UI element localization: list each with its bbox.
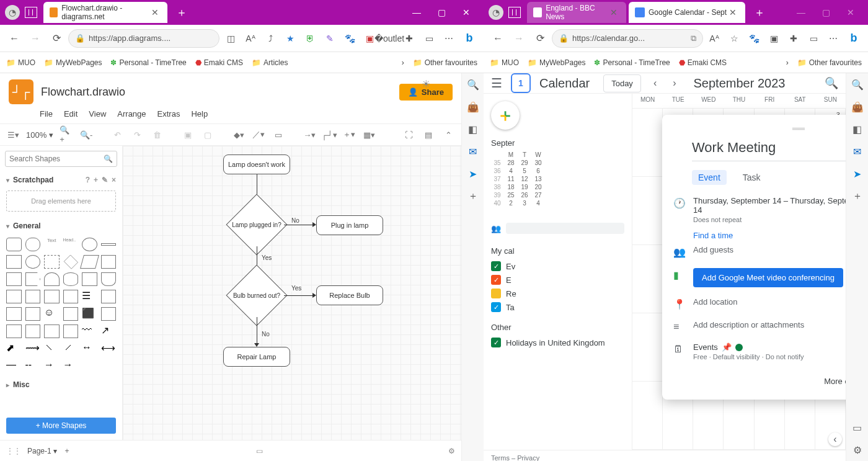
search-shapes-input[interactable] (9, 154, 104, 163)
shape[interactable]: ⟋ (63, 342, 79, 356)
bookmark-overflow[interactable]: › (786, 58, 789, 67)
minimize-button[interactable]: ― (404, 3, 429, 22)
shopping-icon[interactable]: 👜 (467, 101, 479, 113)
more-shapes-button[interactable]: + More Shapes (6, 418, 116, 434)
shape[interactable] (6, 272, 22, 286)
event-date-range[interactable]: Thursday, September 14 – Thursday, Septe… (693, 196, 846, 215)
browser-tab-bbc[interactable]: England - BBC News ✕ (527, 2, 626, 23)
bookmark-muo[interactable]: 📁MUO (6, 58, 35, 67)
node-replace[interactable]: Replace Bulb (316, 285, 383, 305)
minimize-button[interactable]: ― (789, 3, 813, 22)
node-decision-plugged[interactable]: Lamp plugged in? (229, 203, 285, 246)
shape[interactable] (101, 255, 117, 269)
shape[interactable] (80, 255, 99, 269)
add-icon[interactable]: + (94, 176, 98, 184)
refresh-button[interactable]: ⟳ (531, 29, 549, 48)
node-decision-bulb[interactable]: Bulb burned out? (229, 274, 285, 317)
profile-avatar[interactable]: ◔ (5, 5, 20, 20)
node-plug-in[interactable]: Plug in lamp (316, 215, 383, 235)
redo-icon[interactable]: ↷ (130, 128, 144, 141)
scratchpad-header[interactable]: ▾Scratchpad ?+✎× (0, 172, 122, 188)
waypoint-icon[interactable]: ┌┘▾ (322, 128, 336, 141)
search-shapes[interactable]: 🔍 (5, 151, 117, 167)
shape[interactable]: Text (44, 238, 60, 251)
more-icon[interactable]: ⋯ (440, 30, 458, 47)
close-icon[interactable]: ✕ (727, 7, 739, 17)
close-icon[interactable]: ✕ (608, 7, 620, 17)
shape[interactable] (101, 243, 117, 246)
favorite-icon[interactable]: ★ (281, 30, 299, 47)
send-icon[interactable]: ➤ (467, 168, 479, 180)
edit-icon[interactable]: ✎ (102, 176, 108, 184)
ext1-icon[interactable]: 🐾 (745, 30, 763, 47)
collections-icon[interactable]: ✚ (401, 30, 418, 47)
bing-icon[interactable]: b (460, 29, 479, 48)
shape[interactable] (63, 290, 79, 303)
bookmark-mywebpages[interactable]: 📁MyWebPages (528, 58, 585, 67)
edge[interactable] (284, 225, 314, 225)
add-tool-icon[interactable]: ＋ (851, 190, 864, 202)
shape[interactable]: ↗ (101, 324, 117, 338)
other-favourites[interactable]: 📁Other favourites (413, 58, 477, 67)
menu-view[interactable]: View (89, 109, 106, 119)
extensions-icon[interactable]: ✚ (785, 30, 802, 47)
add-location-button[interactable]: Add location (693, 297, 846, 307)
outlook-icon[interactable]: ✉ (851, 145, 864, 158)
front-icon[interactable]: ▣ (181, 128, 195, 141)
calendar-selector[interactable]: Events 📌 (693, 342, 846, 352)
tools-icon[interactable]: ◧ (851, 123, 864, 135)
shape[interactable] (63, 254, 78, 269)
create-event-button[interactable]: ＋ (491, 101, 520, 130)
calendar-item[interactable]: ✓Ev (491, 259, 624, 273)
menu-icon[interactable]: ☰ (491, 76, 502, 91)
read-aloud-icon[interactable]: Aᴬ (706, 30, 723, 47)
shape[interactable]: → (44, 359, 60, 373)
search-icon[interactable]: 🔍 (851, 78, 864, 91)
file-name[interactable]: Flowchart.drawio (41, 86, 125, 99)
collapse-sidebar-icon[interactable]: ▭ (851, 421, 864, 434)
bookmark-articles[interactable]: 📁Articles (252, 58, 288, 67)
forward-button[interactable]: → (510, 29, 528, 48)
shape[interactable] (44, 290, 60, 303)
shape[interactable] (82, 238, 97, 251)
bookmark-mywebpages[interactable]: 📁MyWebPages (44, 58, 102, 67)
mini-calendar[interactable]: MTW3528293036456371112133818192039252627… (491, 151, 624, 207)
menu-edit[interactable]: Edit (64, 109, 78, 119)
fullscreen-icon[interactable]: ⛶ (402, 128, 415, 141)
shape[interactable]: ⬛ (82, 307, 97, 321)
shape[interactable] (101, 272, 117, 286)
shape[interactable] (101, 290, 117, 303)
tools-icon[interactable]: ◧ (467, 123, 479, 135)
help-icon[interactable]: ? (86, 176, 90, 184)
search-icon[interactable]: 🔍 (467, 78, 479, 91)
event-title-input[interactable] (692, 137, 846, 161)
close-window-button[interactable]: ✕ (838, 3, 863, 22)
shape[interactable]: ☺ (44, 307, 60, 321)
zoom-in-icon[interactable]: 🔍+ (60, 128, 73, 141)
calendar-item[interactable]: ✓E (491, 273, 624, 287)
edge[interactable] (257, 317, 257, 344)
sidebar-toggle[interactable]: ☰▾ (6, 128, 20, 141)
settings-icon[interactable]: ⚙ (851, 444, 864, 456)
new-tab-button[interactable]: ＋ (170, 5, 193, 20)
read-aloud-icon[interactable]: Aᴬ (242, 30, 259, 47)
today-button[interactable]: Today (603, 74, 641, 92)
visibility-label[interactable]: Free · Default visibility · Do not notif… (693, 353, 846, 360)
shape[interactable] (44, 272, 60, 286)
calendar-item[interactable]: ✓Ta (491, 300, 624, 314)
reader-icon[interactable]: ▭ (805, 30, 822, 47)
shape[interactable]: -- (25, 359, 41, 373)
shape[interactable]: ― (6, 359, 22, 373)
bookmark-muo[interactable]: 📁MUO (490, 58, 519, 67)
split-icon[interactable]: ◫ (222, 30, 239, 47)
profile-avatar[interactable]: ◔ (489, 5, 503, 20)
edge[interactable] (284, 295, 314, 296)
shield-icon[interactable]: ⛨ (301, 30, 319, 47)
new-tab-button[interactable]: ＋ (748, 5, 771, 20)
theme-icon[interactable]: ☀ (422, 78, 430, 90)
url-field[interactable]: 🔒 https://calendar.go... ⧉ (552, 29, 703, 48)
refresh-button[interactable]: ⟳ (47, 29, 66, 48)
tab-task[interactable]: Task (737, 170, 767, 185)
add-tool-icon[interactable]: ＋ (467, 190, 479, 202)
reader-icon[interactable]: ▭ (420, 30, 438, 47)
